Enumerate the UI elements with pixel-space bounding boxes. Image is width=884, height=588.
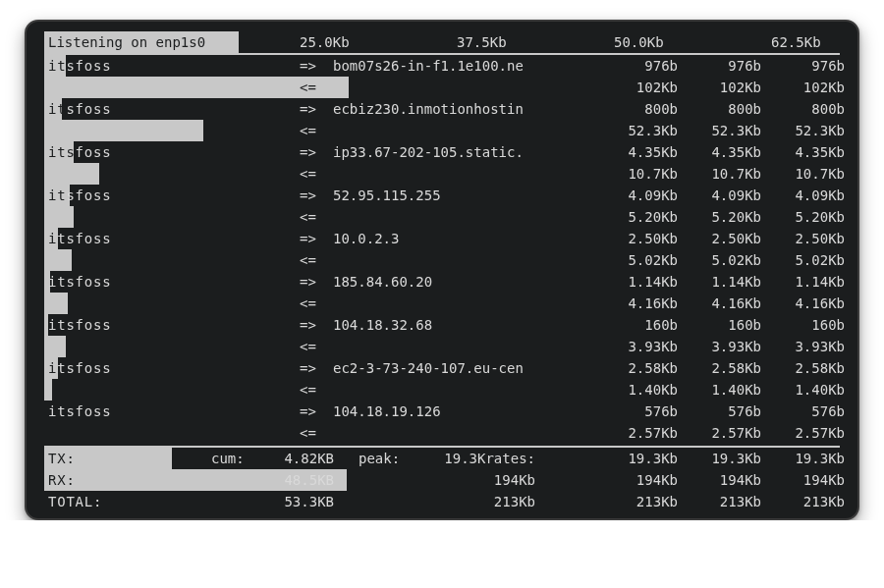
tx-rate-40s: 2.50Kb <box>771 228 845 249</box>
local-host: itsfoss <box>48 314 294 336</box>
local-host: itsfoss <box>48 228 294 249</box>
summary-row-tx: TX: cum: 4.82KB peak: 19.3Krates: 19.3Kb… <box>44 448 840 469</box>
tx-rate-2s: 160b <box>604 314 678 336</box>
tx-rate-10s: 976b <box>688 55 761 77</box>
summary-label: RX: <box>48 469 76 491</box>
peak-label: peak: <box>359 448 400 469</box>
rx-bar <box>44 206 74 228</box>
rx-rate-2s: 102Kb <box>604 77 678 98</box>
arrow-rx-icon: <= <box>300 77 316 98</box>
arrow-tx-icon: => <box>300 314 316 336</box>
rx-rate-2s: 3.93Kb <box>604 336 678 357</box>
terminal-window: Listening on enp1s0 25.0Kb 37.5Kb 50.0Kb… <box>25 20 859 520</box>
arrow-rx-icon: <= <box>300 379 316 401</box>
arrow-tx-icon: => <box>300 271 316 293</box>
tx-rate-2s: 1.14Kb <box>604 271 678 293</box>
tx-rate-10s: 2.58Kb <box>688 357 761 379</box>
rate-40s: 19.3Kb <box>771 448 845 469</box>
flow-rx-row: <= 3.93Kb 3.93Kb 3.93Kb <box>44 336 840 357</box>
remote-host: 104.18.32.68 <box>333 314 593 336</box>
flow-tx-row: itsfoss => 104.18.32.68 160b 160b 160b <box>44 314 840 336</box>
rx-rate-10s: 2.57Kb <box>688 422 761 444</box>
peak-value: 194Kb <box>432 469 535 491</box>
peak-value: 213Kb <box>432 491 535 512</box>
arrow-rx-icon: <= <box>300 206 316 228</box>
listening-label: Listening on enp1s0 <box>44 31 205 53</box>
flow-list: itsfoss => bom07s26-in-f1.1e100.ne 976b … <box>44 55 840 444</box>
tx-rate-40s: 1.14Kb <box>771 271 845 293</box>
summary-label: TOTAL: <box>48 491 102 512</box>
local-host: itsfoss <box>48 141 294 163</box>
flow-tx-row: itsfoss => ip33.67-202-105.static. 4.35K… <box>44 141 840 163</box>
arrow-tx-icon: => <box>300 98 316 120</box>
local-host: itsfoss <box>48 357 294 379</box>
flow-tx-row: itsfoss => 104.18.19.126 576b 576b 576b <box>44 401 840 422</box>
arrow-tx-icon: => <box>300 357 316 379</box>
arrow-tx-icon: => <box>300 401 316 422</box>
local-host: itsfoss <box>48 401 294 422</box>
tx-rate-10s: 160b <box>688 314 761 336</box>
tx-rate-40s: 976b <box>771 55 845 77</box>
rx-rate-10s: 102Kb <box>688 77 761 98</box>
rate-10s: 213Kb <box>688 491 761 512</box>
summary-block: TX: cum: 4.82KB peak: 19.3Krates: 19.3Kb… <box>44 448 840 512</box>
rx-rate-2s: 5.02Kb <box>604 249 678 271</box>
rate-10s: 194Kb <box>688 469 761 491</box>
tx-rate-2s: 976b <box>604 55 678 77</box>
rx-rate-10s: 1.40Kb <box>688 379 761 401</box>
cum-value: 48.5KB <box>265 469 334 491</box>
tx-rate-10s: 4.35Kb <box>688 141 761 163</box>
flow-tx-row: itsfoss => 52.95.115.255 4.09Kb 4.09Kb 4… <box>44 185 840 206</box>
cum-value: 4.82KB <box>265 448 334 469</box>
flow-rx-row: <= 10.7Kb 10.7Kb 10.7Kb <box>44 163 840 185</box>
remote-host: 10.0.2.3 <box>333 228 593 249</box>
scale-tick-2: 37.5Kb <box>457 31 507 53</box>
scale-tick-4: 62.5Kb <box>771 31 821 53</box>
rx-rate-40s: 5.02Kb <box>771 249 845 271</box>
arrow-rx-icon: <= <box>300 249 316 271</box>
rate-2s: 213Kb <box>604 491 678 512</box>
rx-rate-40s: 2.57Kb <box>771 422 845 444</box>
remote-host: 185.84.60.20 <box>333 271 593 293</box>
remote-host: 52.95.115.255 <box>333 185 593 206</box>
rx-bar <box>44 379 52 401</box>
flow-tx-row: itsfoss => 185.84.60.20 1.14Kb 1.14Kb 1.… <box>44 271 840 293</box>
cum-value: 53.3KB <box>265 491 334 512</box>
summary-row-rx: RX: 48.5KB 194Kb 194Kb 194Kb 194Kb <box>44 469 840 491</box>
arrow-rx-icon: <= <box>300 163 316 185</box>
flow-rx-row: <= 102Kb 102Kb 102Kb <box>44 77 840 98</box>
local-host: itsfoss <box>48 271 294 293</box>
tx-rate-10s: 1.14Kb <box>688 271 761 293</box>
arrow-rx-icon: <= <box>300 336 316 357</box>
rx-rate-10s: 52.3Kb <box>688 120 761 141</box>
tx-rate-40s: 160b <box>771 314 845 336</box>
rx-rate-2s: 1.40Kb <box>604 379 678 401</box>
rx-rate-10s: 5.20Kb <box>688 206 761 228</box>
arrow-tx-icon: => <box>300 55 316 77</box>
rx-rate-10s: 5.02Kb <box>688 249 761 271</box>
rx-rate-10s: 4.16Kb <box>688 293 761 314</box>
local-host: itsfoss <box>48 55 294 77</box>
cum-label: cum: <box>211 448 245 469</box>
rx-rate-2s: 5.20Kb <box>604 206 678 228</box>
rx-rate-2s: 52.3Kb <box>604 120 678 141</box>
flow-rx-row: <= 1.40Kb 1.40Kb 1.40Kb <box>44 379 840 401</box>
tx-rate-10s: 800b <box>688 98 761 120</box>
rx-bar <box>44 163 99 185</box>
tx-rate-2s: 576b <box>604 401 678 422</box>
tx-rate-40s: 800b <box>771 98 845 120</box>
rx-bar <box>44 249 72 271</box>
tx-rate-10s: 4.09Kb <box>688 185 761 206</box>
rate-2s: 194Kb <box>604 469 678 491</box>
remote-host: ec2-3-73-240-107.eu-cen <box>333 357 593 379</box>
arrow-tx-icon: => <box>300 141 316 163</box>
rate-40s: 194Kb <box>771 469 845 491</box>
arrow-rx-icon: <= <box>300 120 316 141</box>
flow-tx-row: itsfoss => ec2-3-73-240-107.eu-cen 2.58K… <box>44 357 840 379</box>
rx-rate-2s: 10.7Kb <box>604 163 678 185</box>
rx-rate-2s: 2.57Kb <box>604 422 678 444</box>
remote-host: ip33.67-202-105.static. <box>333 141 593 163</box>
flow-rx-row: <= 5.20Kb 5.20Kb 5.20Kb <box>44 206 840 228</box>
local-host: itsfoss <box>48 185 294 206</box>
peak-value: 19.3Krates: <box>432 448 535 469</box>
